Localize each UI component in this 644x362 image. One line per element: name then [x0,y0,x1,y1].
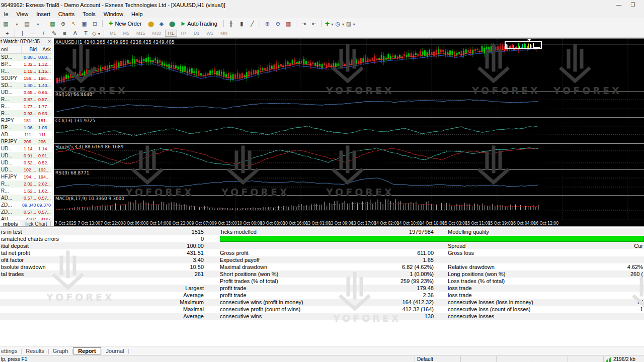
print-dropdown[interactable]: ▼ [33,19,42,28]
tester-tab-journal[interactable]: Journal [103,347,128,354]
tester-tab-ettings[interactable]: ettings [0,347,21,354]
timeframe-h4[interactable]: H4 [178,30,190,37]
chart-symbol-ohlc-label: XAUUSD,H1 4240.265 4249.950 4236.425 424… [55,40,175,45]
fibonacci-icon[interactable]: ≡ [60,29,69,38]
menu-item-help[interactable]: Help [127,10,147,18]
market-watch-row[interactable]: ZD...0.57...0.57... [0,209,52,216]
market-watch-row[interactable]: SD...0.80...0.80... [0,54,52,61]
chart-shift-icon[interactable]: ⇤ [309,19,319,28]
line-chart-icon[interactable]: ╱ [248,19,257,28]
report-row: ismatched charts errors0 [0,235,644,242]
tester-tab-results[interactable]: Results [22,347,48,354]
zoom-out-icon[interactable]: ⊖ [273,19,283,28]
tester-tab-report[interactable]: Report [73,347,101,354]
toolbar-separator [321,20,322,27]
symbol-cell: R... [0,103,21,110]
styler-icon[interactable]: ⬤ [146,19,156,28]
close-icon[interactable]: × [48,38,51,46]
zoom-in-icon[interactable]: ⊕ [263,19,272,28]
column-bid[interactable]: Bid [22,46,38,53]
tile-windows-icon[interactable]: ▦ [284,19,293,28]
market-watch-row[interactable]: ZD...89.34089.370 [0,202,52,209]
market-watch-row[interactable]: R...0.93...0.93... [0,110,52,117]
market-watch-row[interactable]: SD...1.40...1.40... [0,82,52,89]
new-chart-icon[interactable]: ▦ [48,19,57,28]
horizontal-line-icon[interactable]: — [28,29,38,38]
data-window-icon[interactable]: ▣ [79,19,89,28]
trendline-icon[interactable]: / [39,29,48,38]
market-watch-row[interactable]: UD...1.14...1.14... [0,145,52,152]
charts-profile-icon[interactable]: ▦ [1,19,11,28]
new-order-button[interactable]: ✚New Order [106,19,145,28]
symbol-cell: R... [0,188,21,195]
autotrading-button[interactable]: ▶AutoTrading [179,19,220,28]
crosshair-icon[interactable]: ⊕ [58,19,68,28]
visual-mode-progress-box[interactable] [505,41,542,49]
timeframe-w1[interactable]: W1 [204,30,217,37]
market-watch-row[interactable]: AD...0.57...0.57... [0,195,52,202]
market-watch-column-headers: ool Bid Ask [0,46,52,54]
timeframe-d1[interactable]: D1 [191,30,203,37]
menu-item-insert[interactable]: Insert [32,10,54,18]
periods-dropdown[interactable]: ◷▼ [335,19,345,28]
timeframe-m15[interactable]: M15 [133,30,148,37]
bar-chart-icon[interactable]: ╫ [226,19,236,28]
market-watch-row[interactable]: R...1.15...1.15... [0,68,52,75]
market-watch-row[interactable]: BP...1.06...1.06... [0,124,52,131]
indicators-add-dropdown[interactable]: ✚▼ [325,19,334,28]
shapes-dropdown[interactable]: ◇▼ [92,29,101,38]
market-watch-row[interactable]: R...1.62...1.62... [0,188,52,195]
profile-dropdown[interactable]: ▼ [12,19,21,28]
status-profile[interactable]: Default [415,356,460,362]
ask-cell: 1.14... [37,145,52,152]
market-watch-row[interactable]: HFJPY194....194.... [0,173,52,180]
market-watch-row[interactable]: R...2.02...2.02... [0,180,52,188]
menu-item-view[interactable]: View [13,10,33,18]
column-symbol[interactable]: ool [0,46,22,53]
templates-dropdown[interactable]: ▨▼ [346,19,355,28]
tester-tab-graph[interactable]: Graph [49,347,72,354]
menu-item-le[interactable]: le [0,10,13,18]
market-watch-row[interactable]: SDJPY156....156.... [0,75,52,82]
print-icon[interactable]: ▤ [22,19,32,28]
text-tool-icon[interactable]: A [70,29,80,38]
menu-item-charts[interactable]: Charts [54,10,78,18]
menu-item-tools[interactable]: Tools [78,10,100,18]
market-watch-row[interactable]: UD...0.52...0.52... [0,159,52,166]
market-watch-row[interactable]: R...0.87...0.87... [0,96,52,103]
candlestick-chart-icon[interactable]: ▮ [237,19,247,28]
timeframe-h1[interactable]: H1 [165,30,177,37]
column-ask[interactable]: Ask [38,46,52,53]
timeframe-m5[interactable]: M5 [120,30,133,37]
timeframe-mn[interactable]: MN [217,30,230,37]
cursor-icon[interactable]: ↖ [69,19,78,28]
chart-area[interactable]: XAUUSD,H1 4240.265 4249.950 4236.425 424… [54,38,644,227]
menu-item-window[interactable]: Window [100,10,127,18]
minimize-button[interactable]: — [612,0,626,10]
timeframe-m1[interactable]: M1 [107,30,119,37]
market-watch-row[interactable]: AD...111....111.... [0,131,52,138]
maximize-button[interactable]: ❐ [626,0,640,10]
zoom-box-icon[interactable]: ⊡ [90,19,100,28]
text-label-icon[interactable]: T [81,29,91,38]
indicators-list-icon[interactable]: ◆ [157,19,167,28]
market-watch-row[interactable]: UD...0.91...0.91... [0,152,52,159]
community-icon[interactable]: ⬤ [168,19,177,28]
toolbar-separator [45,20,45,27]
report-value: 611.00 [351,249,434,256]
market-watch-row[interactable]: AU41874187 [0,216,52,220]
market-watch-row[interactable]: BPJPY206....206.... [0,138,52,145]
market-watch-row[interactable]: BP...1.32...1.32... [0,61,52,68]
bid-cell: 0.87... [21,96,37,103]
report-label: ismatched charts errors [1,235,151,242]
channel-tool-icon[interactable]: ✎ [49,29,59,38]
crosshair-tool-icon[interactable]: + [3,29,12,38]
market-watch-row[interactable]: UD...102....102.... [0,166,52,173]
market-watch-row[interactable]: UD...0.65...0.65... [0,89,52,96]
vertical-line-icon[interactable]: | [18,29,27,38]
report-label: tal trades [1,270,151,278]
market-watch-row[interactable]: RJPY181....181.... [0,117,52,124]
timeframe-m30[interactable]: M30 [149,30,165,37]
market-watch-row[interactable]: R...1.77...1.77... [0,103,52,110]
auto-scroll-icon[interactable]: ⇥ [299,19,308,28]
